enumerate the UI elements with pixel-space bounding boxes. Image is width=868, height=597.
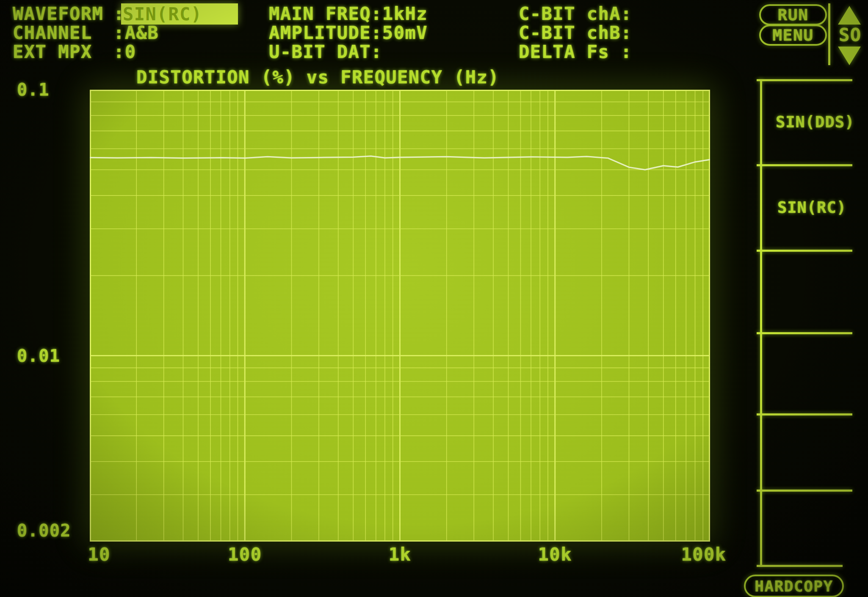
softkey-blank-4[interactable]: [766, 364, 851, 402]
softkey-separator: [757, 250, 852, 252]
waveform-value: SIN(RC): [121, 4, 202, 25]
x-tick-label-1k: 1k: [389, 544, 412, 565]
waveform-value-highlight[interactable]: SIN(RC): [121, 3, 238, 25]
x-tick-label-100: 100: [228, 544, 262, 565]
channel-label: CHANNEL: [13, 24, 92, 42]
softkey-blank-3[interactable]: [766, 279, 851, 322]
waveform-label: WAVEFORM: [13, 5, 103, 23]
y-tick-label-0.1: 0.1: [17, 80, 50, 99]
softkey-separator: [757, 490, 852, 492]
ext-mpx-label: EXT MPX: [13, 43, 92, 61]
main-freq-field: MAIN FREQ:1kHz: [269, 5, 428, 23]
y-tick-label-0.01: 0.01: [17, 346, 60, 366]
softkey-rail: [760, 79, 762, 566]
run-button[interactable]: RUN: [759, 4, 827, 25]
delta-fs-field: DELTA Fs :: [519, 43, 632, 61]
softkey-blank-6[interactable]: [766, 516, 851, 554]
softkey-separator: [757, 79, 852, 81]
x-tick-label-10: 10: [88, 544, 111, 565]
y-tick-label-0.002: 0.002: [17, 521, 71, 540]
distortion-plot: [90, 90, 710, 542]
softkey-sin-rc[interactable]: SIN(RC): [777, 200, 846, 215]
softkey-separator: [757, 332, 852, 334]
amplitude-field: AMPLITUDE:50mV: [269, 24, 428, 42]
hardcopy-button[interactable]: HARDCOPY: [744, 575, 844, 597]
softkey-sin-dds[interactable]: SIN(DDS): [776, 114, 854, 130]
channel-value: :A&B: [113, 24, 159, 42]
hardcopy-button-label: HARDCOPY: [755, 578, 833, 595]
selector-divider: [828, 3, 830, 65]
down-arrow-icon[interactable]: [838, 47, 861, 65]
x-tick-label-10k: 10k: [538, 544, 572, 565]
c-bit-chb-field: C-BIT chB:: [519, 24, 632, 42]
ext-mpx-value: :0: [113, 43, 136, 61]
menu-button-label: MENU: [772, 26, 814, 44]
plot-grid-and-trace: [90, 90, 710, 542]
run-button-label: RUN: [777, 6, 808, 24]
softkey-separator: [757, 565, 843, 567]
chart-title: DISTORTION (%) vs FREQUENCY (Hz): [136, 69, 499, 86]
x-tick-label-100k: 100k: [681, 544, 726, 565]
u-bit-dat-field: U-BIT DAT:: [269, 43, 382, 61]
softkey-separator: [757, 413, 852, 415]
softkey-separator: [757, 164, 852, 166]
softkey-blank-5[interactable]: [766, 440, 851, 478]
up-arrow-icon[interactable]: [838, 6, 861, 25]
menu-button[interactable]: MENU: [759, 25, 827, 46]
selector-label: SO: [839, 26, 862, 44]
c-bit-cha-field: C-BIT chA:: [519, 5, 632, 23]
